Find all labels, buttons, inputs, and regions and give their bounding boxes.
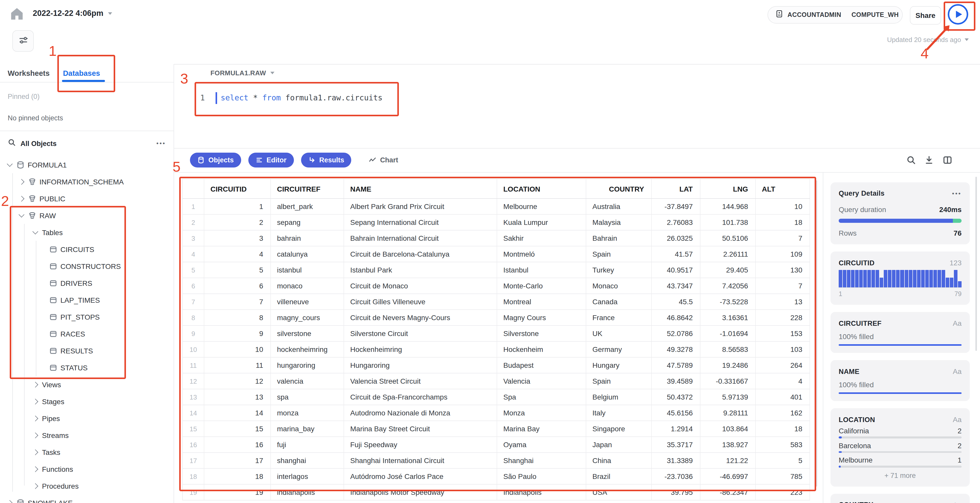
cell-lng[interactable]: 8.56583 — [700, 341, 756, 357]
tree-item[interactable]: RACES — [0, 325, 173, 342]
cell-country[interactable]: Germany — [586, 341, 652, 357]
chevron-icon[interactable] — [32, 398, 38, 404]
row-number-cell[interactable]: 5 — [183, 262, 204, 278]
tree-item[interactable]: Tables — [0, 224, 173, 241]
cell-country[interactable]: USA — [586, 484, 652, 500]
sidebar-tab[interactable]: Worksheets — [8, 69, 50, 77]
cell-location[interactable]: Oyama — [497, 437, 586, 452]
cell-name[interactable]: Circuit Gilles Villeneuve — [344, 294, 497, 310]
cell-lat[interactable]: 41.57 — [652, 246, 700, 262]
cell-name[interactable]: Albert Park Grand Prix Circuit — [344, 199, 497, 214]
cell-circuitref[interactable]: villeneuve — [270, 294, 344, 310]
cell-alt[interactable]: 228 — [756, 310, 810, 326]
chevron-icon[interactable] — [19, 196, 25, 202]
chevron-icon[interactable] — [32, 466, 38, 472]
tree-item[interactable]: RAW — [0, 207, 173, 224]
cell-name[interactable]: Fuji Speedway — [344, 437, 497, 452]
cell-alt[interactable]: 4 — [756, 373, 810, 389]
panel-scrollbar[interactable] — [975, 177, 977, 351]
cell-country[interactable]: Singapore — [586, 421, 652, 437]
tree-item[interactable]: Views — [0, 376, 173, 393]
cell-lng[interactable]: -86.2347 — [700, 484, 756, 500]
cell-lat[interactable]: 35.3717 — [652, 437, 700, 452]
cell-location[interactable]: Monza — [497, 405, 586, 421]
column-header[interactable]: CIRCUITREF — [270, 179, 344, 199]
column-header[interactable]: CIRCUITID — [204, 179, 270, 199]
cell-country[interactable]: Turkey — [586, 262, 652, 278]
cell-circuitid[interactable]: 9 — [204, 326, 270, 341]
cell-country[interactable]: Italy — [586, 405, 652, 421]
cell-alt[interactable]: 13 — [756, 294, 810, 310]
cell-lat[interactable]: 39.795 — [652, 484, 700, 500]
cell-lng[interactable]: 3.16361 — [700, 310, 756, 326]
cell-circuitid[interactable]: 7 — [204, 294, 270, 310]
role-warehouse-selector[interactable]: ACCOUNTADMIN COMPUTE_WH — [767, 6, 903, 24]
cell-location[interactable]: Marina Bay — [497, 421, 586, 437]
cell-name[interactable]: Bahrain International Circuit — [344, 230, 497, 246]
cell-circuitid[interactable]: 5 — [204, 262, 270, 278]
cell-lng[interactable]: 7.42056 — [700, 278, 756, 294]
column-header[interactable]: LNG — [700, 179, 756, 199]
download-results-button[interactable] — [924, 155, 934, 165]
cell-circuitref[interactable]: istanbul — [270, 262, 344, 278]
chevron-icon[interactable] — [32, 449, 38, 455]
cell-alt[interactable]: 18 — [756, 421, 810, 437]
cell-alt[interactable]: 162 — [756, 405, 810, 421]
cell-circuitref[interactable]: shanghai — [270, 452, 344, 468]
column-header[interactable]: NAME — [344, 179, 497, 199]
row-number-cell[interactable]: 11 — [183, 357, 204, 373]
cell-circuitref[interactable]: hungaroring — [270, 357, 344, 373]
cell-lat[interactable]: -23.7036 — [652, 468, 700, 484]
column-header[interactable]: ALT — [756, 179, 810, 199]
row-number-cell[interactable]: 2 — [183, 214, 204, 230]
cell-name[interactable]: Circuit de Monaco — [344, 278, 497, 294]
cell-lng[interactable]: 103.864 — [700, 421, 756, 437]
view-toggle-button[interactable]: Chart — [366, 153, 401, 167]
cell-lng[interactable]: 121.22 — [700, 452, 756, 468]
cell-lat[interactable]: -37.8497 — [652, 199, 700, 214]
row-number-cell[interactable]: 18 — [183, 468, 204, 484]
cell-circuitref[interactable]: interlagos — [270, 468, 344, 484]
cell-name[interactable]: Istanbul Park — [344, 262, 497, 278]
chevron-icon[interactable] — [19, 179, 25, 185]
cell-circuitref[interactable]: monza — [270, 405, 344, 421]
row-number-cell[interactable]: 4 — [183, 246, 204, 262]
tree-item[interactable]: SNOWFLAKE — [0, 494, 173, 503]
cell-circuitref[interactable]: monaco — [270, 278, 344, 294]
row-number-cell[interactable]: 3 — [183, 230, 204, 246]
cell-lng[interactable]: 29.405 — [700, 262, 756, 278]
cell-name[interactable]: Shanghai International Circuit — [344, 452, 497, 468]
cell-circuitid[interactable]: 6 — [204, 278, 270, 294]
cell-location[interactable]: Shanghai — [497, 452, 586, 468]
tree-item[interactable]: Streams — [0, 427, 173, 444]
cell-lng[interactable]: 2.26111 — [700, 246, 756, 262]
row-number-cell[interactable]: 8 — [183, 310, 204, 326]
cell-alt[interactable]: 401 — [756, 389, 810, 405]
cell-lng[interactable]: 101.738 — [700, 214, 756, 230]
cell-lat[interactable]: 45.5 — [652, 294, 700, 310]
table-scrollbar[interactable] — [816, 180, 817, 487]
column-header[interactable]: COUNTRY — [586, 179, 652, 199]
cell-location[interactable]: Monte-Carlo — [497, 278, 586, 294]
cell-lat[interactable]: 45.6156 — [652, 405, 700, 421]
cell-location[interactable]: Kuala Lumpur — [497, 214, 586, 230]
cell-location[interactable]: Valencia — [497, 373, 586, 389]
chevron-icon[interactable] — [32, 229, 38, 235]
cell-location[interactable]: Spa — [497, 389, 586, 405]
row-number-cell[interactable]: 1 — [183, 199, 204, 214]
cell-alt[interactable]: 103 — [756, 341, 810, 357]
cell-circuitref[interactable]: spa — [270, 389, 344, 405]
cell-lat[interactable]: 39.4589 — [652, 373, 700, 389]
cell-circuitref[interactable]: sepang — [270, 214, 344, 230]
cell-circuitid[interactable]: 19 — [204, 484, 270, 500]
column-header[interactable] — [183, 179, 204, 199]
cell-circuitid[interactable]: 12 — [204, 373, 270, 389]
search-results-button[interactable] — [906, 155, 916, 165]
cell-lng[interactable]: -46.6997 — [700, 468, 756, 484]
tree-item[interactable]: FORMULA1 — [0, 156, 173, 173]
row-number-cell[interactable]: 14 — [183, 405, 204, 421]
cell-country[interactable]: France — [586, 310, 652, 326]
cell-lng[interactable]: 50.5106 — [700, 230, 756, 246]
cell-name[interactable]: Marina Bay Street Circuit — [344, 421, 497, 437]
cell-circuitref[interactable]: silverstone — [270, 326, 344, 341]
